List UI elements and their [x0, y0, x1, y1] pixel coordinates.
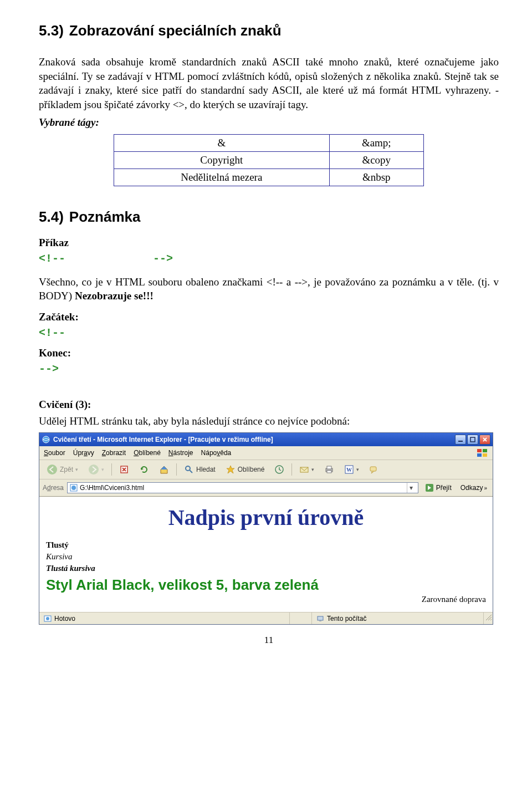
ie-addressbar: Adresa G:\Html\Cviceni3.html ▾ Přejít Od… [39, 479, 493, 497]
table-row: & &amp; [114, 134, 424, 151]
svg-rect-6 [483, 453, 487, 457]
content-bold: Tlustý [46, 539, 486, 551]
cviceni-label: Cvičení (3): [39, 399, 499, 411]
word-icon: W [344, 465, 354, 474]
discuss-icon [369, 465, 379, 474]
close-button[interactable] [479, 435, 490, 445]
menu-upravy[interactable]: Úpravy [73, 449, 94, 457]
svg-rect-14 [327, 466, 331, 469]
favorites-button[interactable]: Oblíbené [222, 462, 269, 477]
address-field[interactable]: G:\Html\Cviceni3.html ▾ [67, 482, 418, 493]
menu-nastroje[interactable]: Nástroje [168, 449, 193, 457]
search-icon [184, 465, 194, 474]
ie-menubar: Soubor Úpravy Zobrazit Oblíbené Nástroje… [39, 446, 493, 460]
home-button[interactable] [155, 462, 173, 477]
entity-name: Nedělitelná mezera [114, 169, 330, 186]
address-dropdown-icon[interactable]: ▾ [407, 483, 416, 493]
maximize-button[interactable] [467, 435, 478, 445]
chevron-down-icon: ▾ [311, 467, 314, 472]
content-h1: Nadpis první úrovně [46, 504, 486, 530]
search-label: Hledat [196, 466, 216, 473]
svg-rect-25 [319, 620, 321, 621]
svg-point-7 [47, 465, 57, 474]
svg-rect-1 [458, 441, 463, 442]
mail-button[interactable]: ▾ [295, 462, 318, 477]
content-right-aligned: Zarovnané doprava [46, 595, 486, 604]
mail-icon [299, 465, 309, 474]
entity-code: &copy [329, 151, 423, 169]
table-row: Nedělitelná mezera &nbsp [114, 169, 424, 186]
comment-syntax-line: <!-- --> [39, 252, 499, 265]
page-number: 11 [39, 635, 499, 646]
stop-icon [119, 465, 129, 474]
vybrane-tagy-label: Vybrané tágy: [39, 116, 499, 129]
computer-icon [316, 615, 324, 622]
status-left-text: Hotovo [54, 615, 75, 622]
content-italic: Kursiva [46, 551, 486, 563]
chevron-down-icon: ▾ [75, 467, 78, 472]
status-right: Tento počítač [312, 613, 484, 624]
edit-button[interactable]: W ▾ [340, 462, 363, 477]
address-value: G:\Html\Cviceni3.html [80, 484, 144, 492]
menu-napoveda[interactable]: Nápověda [201, 449, 232, 457]
svg-rect-3 [477, 449, 482, 452]
stop-button[interactable] [115, 462, 133, 477]
section-title: Poznámka [69, 208, 141, 226]
print-icon [324, 465, 334, 474]
discuss-button[interactable] [365, 462, 383, 477]
section-5-4-heading: 5.4) Poznámka [39, 208, 499, 226]
go-button[interactable]: Přejít [422, 482, 455, 494]
back-button[interactable]: Zpět ▾ [43, 462, 82, 477]
zacatek-label: Začátek: [39, 311, 499, 323]
resize-grip[interactable] [484, 613, 493, 624]
html-file-icon [70, 484, 78, 492]
svg-rect-24 [318, 616, 323, 620]
menu-soubor[interactable]: Soubor [44, 449, 65, 457]
svg-rect-2 [470, 437, 475, 442]
content-arial-black-green: Styl Arial Black, velikost 5, barva zele… [46, 576, 486, 594]
ie-content: Nadpis první úrovně Tlustý Kursiva Tlust… [39, 497, 493, 612]
svg-point-8 [89, 465, 99, 474]
ie-toolbar: Zpět ▾ ▾ Hledat Oblíbené [39, 460, 493, 479]
ie-titlebar: Cvičení třetí - Microsoft Internet Explo… [39, 433, 493, 446]
minimize-button[interactable] [455, 435, 466, 445]
paragraph-comment-desc: Všechno, co je v HTML souboru obaleno zn… [39, 275, 499, 303]
links-button[interactable]: Odkazy » [458, 484, 489, 492]
comment-close: --> [153, 252, 173, 265]
paragraph-special-chars: Znaková sada obsahuje kromě standardních… [39, 55, 499, 112]
entity-code: &nbsp [329, 169, 423, 186]
history-button[interactable] [270, 462, 288, 477]
section-number: 5.4) [39, 208, 64, 226]
svg-rect-15 [327, 471, 331, 473]
ie-app-icon [42, 435, 50, 444]
svg-point-23 [46, 617, 49, 620]
refresh-icon [139, 465, 149, 474]
home-icon [159, 465, 169, 474]
cviceni-text: Udělej HTML stránku tak, aby byla násled… [39, 414, 499, 428]
entity-name: Copyright [114, 151, 330, 169]
address-label: Adresa [43, 484, 64, 492]
refresh-button[interactable] [135, 462, 153, 477]
links-label: Odkazy [461, 484, 483, 492]
entity-table: & &amp; Copyright &copy Nedělitelná meze… [114, 134, 424, 186]
svg-point-10 [186, 466, 190, 471]
table-row: Copyright &copy [114, 151, 424, 169]
done-icon [44, 615, 52, 622]
go-label: Přejít [436, 484, 452, 492]
forward-icon [88, 464, 99, 475]
menu-zobrazit[interactable]: Zobrazit [102, 449, 126, 457]
go-icon [425, 483, 434, 492]
menu-oblibene[interactable]: Oblíbené [134, 449, 161, 457]
svg-rect-4 [483, 449, 487, 452]
search-button[interactable]: Hledat [180, 462, 219, 477]
print-button[interactable] [320, 462, 338, 477]
comment-open-code: <!-- [39, 326, 65, 339]
history-icon [274, 465, 284, 474]
ie-statusbar: Hotovo Tento počítač [39, 612, 493, 624]
svg-point-20 [71, 486, 76, 490]
entity-code: &amp; [329, 134, 423, 151]
svg-text:W: W [346, 467, 352, 473]
back-label: Zpět [60, 466, 73, 473]
forward-button[interactable]: ▾ [84, 462, 108, 477]
svg-rect-18 [370, 467, 376, 471]
